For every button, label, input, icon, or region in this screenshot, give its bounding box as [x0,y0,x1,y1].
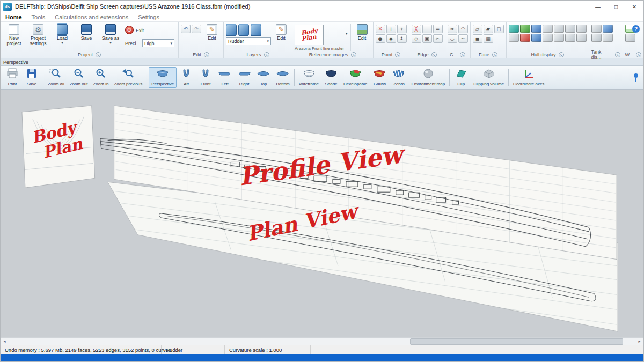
tank-display-button[interactable] [591,25,602,33]
face-tool-button[interactable]: ▦ [484,34,493,43]
tab-tools[interactable]: Tools [27,12,50,21]
edge-tool-button[interactable]: ▣ [422,34,432,43]
project-settings-button[interactable]: ⚙ Project settings [27,23,49,47]
dialog-launcher-icon[interactable]: ↘ [492,52,497,57]
face-tool-button[interactable]: ▱ [473,25,482,33]
minimize-button[interactable]: — [589,1,607,12]
curve-tool-button[interactable]: ◡ [448,34,457,43]
pin-panel-button[interactable] [632,67,641,88]
tank-display-button[interactable] [591,34,602,42]
point-tool-button[interactable]: ⌖ [397,25,407,33]
close-button[interactable]: ✕ [625,1,643,12]
hull-display-button[interactable] [531,25,541,33]
hull-display-button[interactable] [509,25,519,33]
point-tool-button[interactable]: + [386,25,396,33]
zoom-out-button[interactable]: Zoom out [67,67,91,88]
hull-display-button[interactable] [554,25,564,33]
3d-viewport[interactable]: Body Plan Profile View Plan View [1,90,643,337]
dialog-launcher-icon[interactable]: ↘ [264,52,269,57]
tab-home[interactable]: Home [1,12,27,21]
view-bottom-button[interactable]: Bottom [273,67,292,88]
horizontal-scrollbar[interactable]: ◂ ▸ [1,337,643,345]
dialog-launcher-icon[interactable]: ↘ [615,52,620,57]
layers-color-icon[interactable] [251,25,261,35]
viewport-save-button[interactable]: Save [22,67,41,88]
dialog-launcher-icon[interactable]: ↘ [460,52,465,57]
wireframe-mode-button[interactable]: Wireframe [296,67,321,88]
zebra-mode-button[interactable]: Zebra [389,67,408,88]
precision-select[interactable]: High ▾ [142,39,174,47]
dialog-launcher-icon[interactable]: ↘ [431,52,437,57]
hull-display-button[interactable] [554,34,564,42]
clipping-volume-button[interactable]: Clipping volume [471,67,507,88]
hull-display-button[interactable] [543,34,553,42]
dialog-launcher-icon[interactable]: ↘ [96,52,101,57]
print-button[interactable]: Print [3,67,22,88]
curve-tool-button[interactable]: ~ [458,34,468,43]
clip-button[interactable]: Clip [451,67,471,88]
tab-settings[interactable]: Settings [133,12,164,21]
scrollbar-track[interactable] [9,338,635,345]
undo-button[interactable]: ↶ [181,25,191,33]
shade-mode-button[interactable]: Shade [321,67,341,88]
save-as-button[interactable]: Save as ▾ [99,23,122,45]
tank-display-button[interactable] [603,34,613,42]
face-tool-button[interactable]: ▰ [484,25,493,33]
developable-mode-button[interactable]: Developable [341,67,370,88]
view-left-button[interactable]: Left [215,67,235,88]
edge-tool-button[interactable]: ╳ [412,25,421,33]
hull-display-button[interactable] [576,25,587,33]
edit-button[interactable]: ✎ Edit [203,23,221,41]
tank-display-button[interactable] [603,25,613,33]
redo-button[interactable]: ↷ [192,25,201,33]
curve-tool-button[interactable]: ≈ [448,25,457,33]
hull-display-button[interactable] [509,34,519,42]
face-tool-button[interactable]: ◼ [473,34,482,43]
window-tool-button[interactable] [625,34,635,42]
dropdown-arrow-icon[interactable]: ▾ [346,23,348,35]
view-top-button[interactable]: Top [254,67,273,88]
point-tool-button[interactable]: ◆ [386,34,396,43]
hull-display-button[interactable] [520,34,530,42]
view-right-button[interactable]: Right [235,67,254,88]
curve-tool-button[interactable]: ◠ [458,25,468,33]
save-button[interactable]: Save [75,23,98,41]
view-front-button[interactable]: Front [196,67,215,88]
edge-tool-button[interactable]: — [422,25,432,33]
active-layer-select[interactable]: Rudder ▾ [226,37,271,45]
edge-tool-button[interactable]: ≡ [433,25,443,33]
scroll-left-icon[interactable]: ◂ [1,338,9,345]
dialog-launcher-icon[interactable]: ↘ [395,52,400,57]
hull-display-button[interactable] [531,34,541,42]
gauss-mode-button[interactable]: Gauss [370,67,389,88]
edge-tool-button[interactable]: ✂ [433,34,443,43]
zoom-previous-button[interactable]: Zoom previous [111,67,145,88]
hull-display-button[interactable] [520,25,530,33]
hull-display-button[interactable] [565,34,575,42]
layers-edit-button[interactable]: ✎ Edit [273,23,290,41]
point-tool-button[interactable]: ● [376,34,385,43]
scrollbar-thumb[interactable] [410,338,623,345]
scroll-right-icon[interactable]: ▸ [635,338,643,345]
zoom-in-button[interactable]: Zoom in [90,67,111,88]
tab-calculations[interactable]: Calculations and extensions [50,12,133,21]
face-tool-button[interactable]: ◻ [494,25,504,33]
dialog-launcher-icon[interactable]: ↘ [559,52,564,57]
hull-display-button[interactable] [543,25,553,33]
help-button[interactable]: ? [632,25,640,33]
hull-display-button[interactable] [565,25,575,33]
layers-icon[interactable] [226,25,237,35]
dialog-launcher-icon[interactable]: ↘ [204,52,209,57]
view-perspective-button[interactable]: Perspective [149,67,177,88]
maximize-button[interactable]: □ [607,1,625,12]
point-tool-button[interactable]: ↕ [397,34,407,43]
new-project-button[interactable]: New project [3,23,25,47]
reference-image-thumbnail[interactable]: Body Plan [295,25,324,45]
reference-edit-button[interactable]: Edit [354,23,371,41]
load-button[interactable]: Load ▾ [51,23,74,45]
layers-auto-group-icon[interactable] [238,25,249,35]
edge-tool-button[interactable]: ◇ [412,34,421,43]
view-aft-button[interactable]: Aft [177,67,196,88]
dialog-launcher-icon[interactable]: ↘ [636,52,641,57]
exit-button[interactable]: ⏻ Exit [123,25,176,36]
